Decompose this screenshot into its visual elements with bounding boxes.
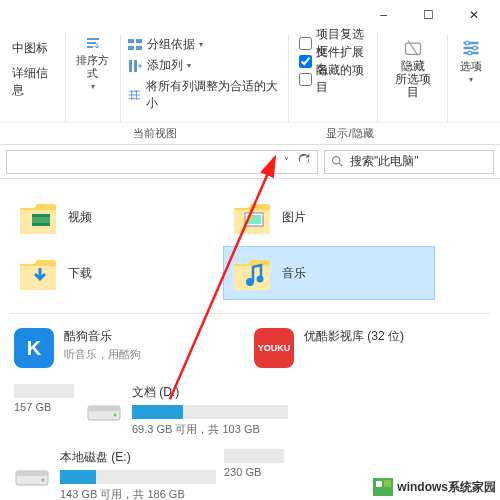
- folder-label: 音乐: [282, 265, 306, 282]
- sort-icon: [85, 36, 101, 52]
- folder-label: 图片: [282, 209, 306, 226]
- drive-item[interactable]: 230 GB: [220, 443, 292, 500]
- svg-rect-18: [32, 214, 50, 217]
- svg-rect-6: [136, 46, 142, 50]
- app-item[interactable]: K酷狗音乐听音乐，用酷狗: [14, 328, 224, 368]
- view-medium-icons[interactable]: 中图标: [12, 38, 59, 59]
- fit-columns-icon: [127, 87, 142, 103]
- svg-rect-7: [129, 60, 132, 72]
- svg-rect-19: [32, 223, 50, 226]
- drive-icon: [14, 463, 50, 491]
- svg-rect-26: [88, 406, 120, 411]
- svg-rect-29: [16, 471, 48, 476]
- group-icon: [127, 37, 143, 53]
- drive-item[interactable]: 本地磁盘 (E:)143 GB 可用，共 186 GB: [10, 443, 220, 500]
- svg-point-13: [465, 41, 469, 45]
- address-bar[interactable]: ˅: [6, 150, 318, 174]
- app-subtitle: 听音乐，用酷狗: [64, 347, 141, 362]
- drive-name: 本地磁盘 (E:): [60, 449, 216, 466]
- svg-rect-3: [128, 39, 134, 43]
- chevron-down-icon: ▾: [91, 82, 95, 91]
- svg-point-14: [473, 46, 477, 50]
- drive-capacity: 157 GB: [14, 401, 78, 413]
- folder-icon: [18, 254, 58, 292]
- hide-icon: [402, 38, 424, 58]
- folder-music[interactable]: 音乐: [224, 247, 434, 299]
- minimize-button[interactable]: –: [361, 1, 406, 29]
- dropdown-icon[interactable]: ˅: [284, 156, 289, 167]
- watermark-icon: [373, 478, 393, 496]
- folder-label: 视频: [68, 209, 92, 226]
- svg-rect-4: [136, 39, 142, 43]
- group-by-button[interactable]: 分组依据 ▾: [127, 34, 203, 55]
- folder-icon: [18, 198, 58, 236]
- section-show-hide: 显示/隐藏: [250, 123, 450, 144]
- folder-label: 下载: [68, 265, 92, 282]
- drive-capacity: 143 GB 可用，共 186 GB: [60, 487, 216, 500]
- folder-film[interactable]: 视频: [10, 191, 220, 243]
- folder-icon: [232, 254, 272, 292]
- svg-rect-5: [128, 46, 134, 50]
- refresh-icon[interactable]: [297, 153, 311, 170]
- maximize-button[interactable]: ☐: [406, 1, 451, 29]
- svg-rect-2: [87, 46, 93, 48]
- add-column-button[interactable]: 添加列 ▾: [127, 55, 191, 76]
- size-columns-button[interactable]: 将所有列调整为合适的大小: [127, 76, 282, 114]
- drive-item[interactable]: 157 GB: [10, 378, 82, 443]
- watermark: windows系统家园: [373, 478, 496, 496]
- options-icon: [460, 38, 482, 58]
- svg-rect-0: [87, 38, 99, 40]
- search-input[interactable]: 搜索"此电脑": [324, 150, 494, 174]
- hide-selected-button[interactable]: 隐藏所选项目: [384, 34, 441, 103]
- svg-rect-21: [247, 215, 261, 224]
- folder-photo[interactable]: 图片: [224, 191, 434, 243]
- drive-icon: [86, 398, 122, 426]
- folder-icon: [232, 198, 272, 236]
- search-icon: [331, 155, 344, 168]
- ribbon: 中图标 详细信息 排序方式 ▾ 分组依据 ▾ 添加列 ▾ 将所有列调整为合适的大: [0, 30, 500, 145]
- app-title: 酷狗音乐: [64, 328, 141, 345]
- svg-point-27: [114, 414, 117, 417]
- drive-item[interactable]: 文档 (D:)69.3 GB 可用，共 103 GB: [82, 378, 292, 443]
- drive-capacity: 69.3 GB 可用，共 103 GB: [132, 422, 288, 437]
- svg-rect-8: [134, 60, 137, 72]
- svg-point-30: [42, 479, 45, 482]
- add-column-icon: [127, 58, 143, 74]
- svg-point-22: [249, 216, 253, 220]
- svg-point-15: [468, 51, 472, 55]
- section-current-view: 当前视图: [60, 123, 250, 144]
- chevron-down-icon: ▾: [469, 75, 473, 84]
- drive-name: 文档 (D:): [132, 384, 288, 401]
- options-button[interactable]: 选项 ▾: [454, 34, 488, 88]
- svg-point-16: [333, 157, 340, 164]
- drive-capacity: 230 GB: [224, 466, 288, 478]
- hidden-items-toggle[interactable]: 隐藏的项目: [299, 70, 372, 88]
- svg-point-24: [257, 276, 264, 283]
- view-details[interactable]: 详细信息: [12, 63, 59, 101]
- sort-button[interactable]: 排序方式 ▾: [72, 34, 114, 91]
- app-title: 优酷影视库 (32 位): [304, 328, 404, 345]
- app-icon: YOUKU: [254, 328, 294, 368]
- folder-download[interactable]: 下载: [10, 247, 220, 299]
- app-icon: K: [14, 328, 54, 368]
- app-item[interactable]: YOUKU优酷影视库 (32 位): [254, 328, 464, 368]
- close-button[interactable]: ✕: [451, 1, 496, 29]
- svg-rect-1: [87, 42, 96, 44]
